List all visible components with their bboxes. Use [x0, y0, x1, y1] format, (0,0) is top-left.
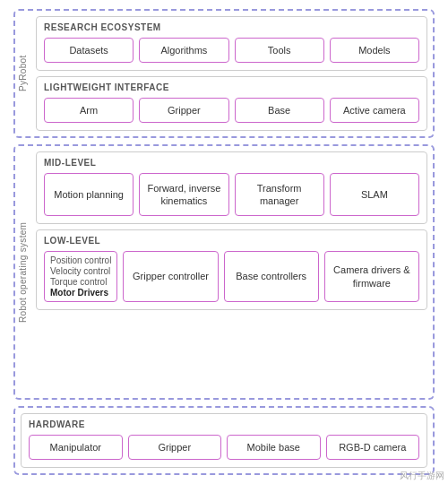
lowlevel-torque: Torque control — [50, 277, 111, 287]
research-item-models: Models — [330, 38, 419, 63]
research-item-datasets: Datasets — [44, 38, 134, 63]
watermark: 风行手游网 — [400, 470, 444, 482]
midlevel-item-transform: Transform manager — [235, 173, 324, 216]
lowlevel-title: LOW-LEVEL — [44, 236, 419, 246]
midlevel-section: MID-LEVEL Motion planning Forward, inver… — [36, 151, 427, 224]
lowlevel-items: Position control Velocity control Torque… — [44, 251, 419, 302]
ros-group: Robot operating system MID-LEVEL Motion … — [13, 144, 435, 400]
midlevel-item-slam: SLAM — [330, 173, 419, 216]
lowlevel-section: LOW-LEVEL Position control Velocity cont… — [36, 229, 427, 310]
hardware-item-mobilebase: Mobile base — [227, 435, 321, 460]
midlevel-title: MID-LEVEL — [44, 158, 419, 168]
lowlevel-item-camera: Camera drivers & firmware — [324, 251, 419, 302]
pyrobot-label: PyRobot — [15, 11, 30, 136]
lightweight-section: LIGHTWEIGHT INTERFACE Arm Gripper Base A… — [36, 76, 427, 131]
midlevel-item-motion: Motion planning — [44, 173, 134, 216]
pyrobot-group: PyRobot RESEARCH ECOSYSTEM Datasets Algo… — [13, 9, 435, 138]
research-item-algorithms: Algorithms — [139, 38, 228, 63]
research-items: Datasets Algorithms Tools Models — [44, 38, 419, 63]
lowlevel-controls: Position control Velocity control Torque… — [44, 251, 117, 302]
lowlevel-item-gripper: Gripper controller — [123, 251, 218, 302]
lightweight-title: LIGHTWEIGHT INTERFACE — [44, 82, 419, 92]
lightweight-item-gripper: Gripper — [139, 98, 228, 123]
lightweight-item-arm: Arm — [44, 98, 134, 123]
lowlevel-motor: Motor Drivers — [50, 288, 111, 298]
lightweight-items: Arm Gripper Base Active camera — [44, 98, 419, 123]
lowlevel-position: Position control — [50, 255, 111, 265]
hardware-item-rgbd: RGB-D camera — [326, 435, 420, 460]
hardware-title: HARDWARE — [29, 419, 419, 429]
research-section: RESEARCH ECOSYSTEM Datasets Algorithms T… — [36, 16, 427, 71]
lowlevel-velocity: Velocity control — [50, 266, 111, 276]
hardware-item-manipulator: Manipulator — [29, 435, 123, 460]
lightweight-item-activecam: Active camera — [330, 98, 419, 123]
ros-inner: MID-LEVEL Motion planning Forward, inver… — [30, 146, 433, 398]
research-item-tools: Tools — [235, 38, 324, 63]
hardware-items: Manipulator Gripper Mobile base RGB-D ca… — [29, 435, 419, 460]
ros-label: Robot operating system — [15, 146, 30, 398]
midlevel-item-fwdinv: Forward, inverse kinematics — [139, 173, 228, 216]
lightweight-item-base: Base — [235, 98, 324, 123]
hardware-section: HARDWARE Manipulator Gripper Mobile base… — [21, 413, 427, 468]
hardware-group: HARDWARE Manipulator Gripper Mobile base… — [13, 406, 435, 475]
midlevel-items: Motion planning Forward, inverse kinemat… — [44, 173, 419, 216]
hardware-item-gripper: Gripper — [128, 435, 222, 460]
lowlevel-item-base: Base controllers — [224, 251, 319, 302]
research-title: RESEARCH ECOSYSTEM — [44, 22, 419, 32]
